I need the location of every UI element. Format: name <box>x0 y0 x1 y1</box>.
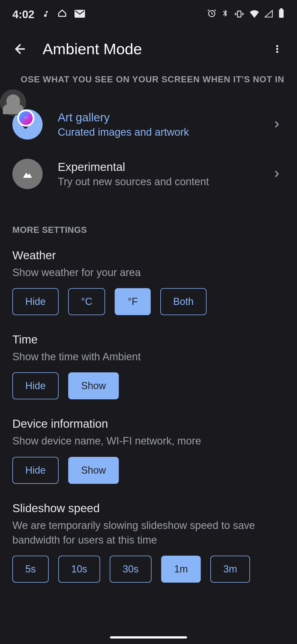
option-subtitle: Try out new sources and content <box>58 176 257 188</box>
device-info-hide-button[interactable]: Hide <box>12 457 59 484</box>
svg-point-6 <box>276 48 278 50</box>
option-experimental[interactable]: Experimental Try out new sources and con… <box>12 149 285 199</box>
option-text: Art gallery Curated images and artwork <box>58 111 257 138</box>
slideshow-buttons: 5s 10s 30s 1m 3m <box>12 556 285 583</box>
setting-title: Slideshow speed <box>12 502 285 515</box>
weather-celsius-button[interactable]: °C <box>68 288 105 315</box>
more-vert-icon <box>272 44 282 54</box>
setting-title: Time <box>12 333 285 346</box>
vibrate-icon <box>234 9 244 20</box>
setting-description: Show device name, WI-FI network, more <box>12 434 285 448</box>
weather-buttons: Hide °C °F Both <box>12 288 285 315</box>
back-button[interactable] <box>12 41 28 56</box>
setting-weather: Weather Show weather for your area Hide … <box>12 249 285 315</box>
option-subtitle: Curated images and artwork <box>58 126 257 138</box>
slideshow-10s-button[interactable]: 10s <box>58 556 100 583</box>
setting-title: Device information <box>12 417 285 430</box>
weather-hide-button[interactable]: Hide <box>12 288 59 315</box>
status-left: 4:02 <box>12 8 85 21</box>
status-right <box>207 8 285 21</box>
status-time: 4:02 <box>12 8 34 21</box>
setting-description: Show the time with Ambient <box>12 350 285 364</box>
more-settings-label: MORE SETTINGS <box>12 225 285 235</box>
option-title: Art gallery <box>58 111 257 124</box>
battery-icon <box>278 8 285 21</box>
app-bar: Ambient Mode <box>0 26 297 72</box>
svg-point-5 <box>276 45 278 47</box>
device-info-buttons: Hide Show <box>12 457 285 484</box>
mountain-icon <box>20 166 35 182</box>
more-menu-button[interactable] <box>270 41 285 56</box>
arrow-left-icon <box>13 42 27 56</box>
weather-fahrenheit-button[interactable]: °F <box>115 288 150 315</box>
weather-both-button[interactable]: Both <box>160 288 207 315</box>
option-icon-circle <box>12 159 43 189</box>
option-art-gallery[interactable]: Art gallery Curated images and artwork <box>12 100 285 149</box>
svg-rect-3 <box>279 9 284 18</box>
wifi-icon <box>249 9 259 20</box>
svg-rect-4 <box>280 8 282 10</box>
option-title: Experimental <box>58 160 257 174</box>
slideshow-3m-button[interactable]: 3m <box>210 556 250 583</box>
signal-icon <box>264 9 273 20</box>
setting-description: We are temporarily slowing slideshow spe… <box>12 518 285 547</box>
nav-home-indicator[interactable] <box>110 636 187 638</box>
option-text: Experimental Try out new sources and con… <box>58 160 257 188</box>
device-info-show-button[interactable]: Show <box>68 457 119 484</box>
chevron-right-icon <box>272 119 282 129</box>
alarm-icon <box>207 9 216 20</box>
messenger-badge <box>17 110 34 127</box>
setting-description: Show weather for your area <box>12 265 285 280</box>
bluetooth-icon <box>221 9 229 20</box>
slideshow-30s-button[interactable]: 30s <box>110 556 152 583</box>
svg-point-7 <box>276 51 278 53</box>
time-hide-button[interactable]: Hide <box>12 372 59 399</box>
mail-icon <box>75 9 85 20</box>
setting-title: Weather <box>12 249 285 262</box>
music-note-icon <box>42 9 50 20</box>
header-label: OSE WHAT YOU SEE ON YOUR SCREEN WHEN IT'… <box>21 74 285 84</box>
setting-time: Time Show the time with Ambient Hide Sho… <box>12 333 285 399</box>
page-title: Ambient Mode <box>43 40 254 58</box>
time-buttons: Hide Show <box>12 372 285 399</box>
chevron-right-icon <box>272 169 282 179</box>
svg-rect-2 <box>238 11 241 17</box>
slideshow-1m-button[interactable]: 1m <box>161 556 201 583</box>
setting-device-info: Device information Show device name, WI-… <box>12 417 285 484</box>
setting-slideshow: Slideshow speed We are temporarily slowi… <box>12 502 285 583</box>
messenger-icon <box>19 111 33 125</box>
status-bar: 4:02 <box>0 0 297 26</box>
content: OSE WHAT YOU SEE ON YOUR SCREEN WHEN IT'… <box>0 74 297 583</box>
home-icon <box>57 9 67 20</box>
chat-head-overlay[interactable] <box>0 89 34 127</box>
slideshow-5s-button[interactable]: 5s <box>12 556 49 583</box>
time-show-button[interactable]: Show <box>68 372 119 399</box>
